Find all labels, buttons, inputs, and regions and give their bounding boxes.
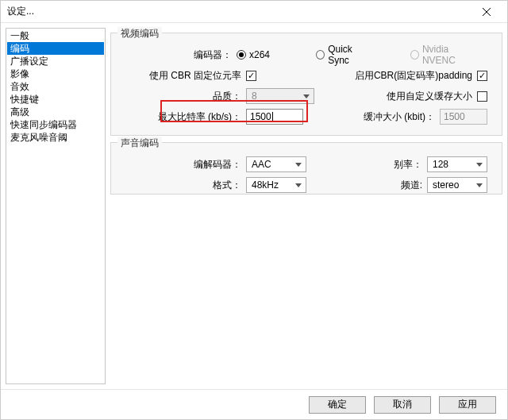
- encoder-radio-x264[interactable]: x264: [237, 49, 270, 60]
- ok-button[interactable]: 确定: [309, 396, 366, 414]
- radio-unchecked-icon: [316, 50, 325, 60]
- max-bitrate-value: 1500: [250, 111, 271, 122]
- sidebar-item-encoding[interactable]: 编码: [7, 42, 104, 55]
- sidebar-item-general[interactable]: 一般: [7, 29, 104, 42]
- apply-button[interactable]: 应用: [439, 396, 496, 414]
- channel-select[interactable]: stereo: [427, 177, 487, 193]
- close-icon: [483, 8, 491, 16]
- use-cbr-label: 使用 CBR 固定位元率: [119, 69, 246, 83]
- max-bitrate-input[interactable]: 1500: [246, 109, 303, 125]
- bitrate-select[interactable]: 128: [427, 156, 487, 172]
- channel-label: 频道:: [401, 179, 427, 192]
- buffer-size-label: 缓冲大小 (kbit)：: [364, 110, 440, 124]
- encoder-label: 编码器：: [119, 48, 237, 62]
- sidebar-item-quicksync-encoder[interactable]: 快速同步编码器: [7, 118, 104, 131]
- format-select[interactable]: 48kHz: [246, 177, 306, 193]
- enable-cbr-padding-checkbox[interactable]: [477, 71, 487, 81]
- codec-label: 编解码器：: [119, 158, 246, 171]
- enable-cbr-padding-label: 启用CBR(固定码率)padding: [355, 69, 477, 83]
- video-encoding-group: 视频编码 编码器： x264 Quick Sync Nvidia NVENC: [110, 33, 502, 136]
- sidebar-item-hotkeys[interactable]: 快捷键: [7, 93, 104, 106]
- settings-sidebar: 一般 编码 广播设定 影像 音效 快捷键 高级 快速同步编码器 麦克风噪音阈: [6, 28, 106, 384]
- codec-value: AAC: [252, 159, 271, 170]
- buffer-size-value: 1500: [444, 111, 465, 122]
- dialog-footer: 确定 取消 应用: [1, 389, 507, 419]
- content-area: 视频编码 编码器： x264 Quick Sync Nvidia NVENC: [110, 28, 502, 384]
- quality-select: 8: [246, 88, 314, 104]
- video-group-label: 视频编码: [117, 27, 162, 40]
- sidebar-item-broadcast[interactable]: 广播设定: [7, 55, 104, 67]
- cancel-button[interactable]: 取消: [374, 396, 431, 414]
- use-custom-buffer-checkbox[interactable]: [477, 91, 487, 102]
- sidebar-item-audio[interactable]: 音效: [7, 80, 104, 93]
- codec-select[interactable]: AAC: [246, 156, 306, 172]
- quality-value: 8: [252, 91, 257, 102]
- sidebar-item-video[interactable]: 影像: [7, 67, 104, 80]
- quality-label: 品质：: [119, 90, 246, 103]
- bitrate-value: 128: [433, 159, 448, 170]
- text-caret: [272, 112, 273, 122]
- encoder-nvenc-label: Nvidia NVENC: [422, 44, 479, 66]
- sidebar-item-advanced[interactable]: 高级: [7, 106, 104, 118]
- channel-value: stereo: [433, 179, 459, 191]
- encoder-quicksync-label: Quick Sync: [328, 44, 372, 66]
- radio-checked-icon: [237, 50, 246, 60]
- max-bitrate-label: 最大比特率 (kb/s)：: [119, 110, 246, 124]
- close-button[interactable]: [471, 2, 502, 22]
- encoder-radio-nvenc: Nvidia NVENC: [410, 44, 479, 66]
- audio-encoding-group: 声音编码 编解码器： AAC 别率： 128 格式： 48kHz: [110, 142, 502, 195]
- buffer-size-input: 1500: [440, 109, 487, 125]
- sidebar-item-mic-noise-gate[interactable]: 麦克风噪音阈: [7, 131, 104, 144]
- use-custom-buffer-label: 使用自定义缓存大小: [387, 90, 477, 103]
- window-title: 设定...: [7, 5, 34, 18]
- audio-group-label: 声音编码: [117, 137, 162, 150]
- titlebar: 设定...: [1, 1, 507, 23]
- format-label: 格式：: [119, 179, 246, 192]
- encoder-radio-quicksync[interactable]: Quick Sync: [316, 44, 372, 66]
- bitrate-label: 别率：: [394, 158, 427, 171]
- encoder-x264-label: x264: [249, 49, 270, 60]
- use-cbr-checkbox[interactable]: [246, 71, 256, 81]
- format-value: 48kHz: [252, 179, 279, 191]
- radio-disabled-icon: [410, 50, 419, 60]
